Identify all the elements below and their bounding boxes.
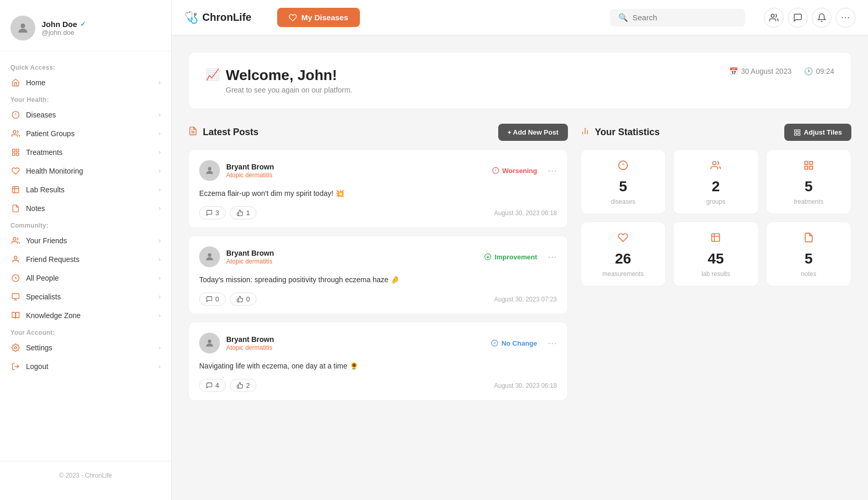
post-timestamp: August 30, 2023 07:23 [494, 296, 557, 303]
people-icon-button[interactable] [764, 8, 784, 28]
post-card: Bryant Brown Atopic dermatitis Improveme… [188, 235, 568, 314]
svg-rect-8 [12, 153, 15, 155]
svg-rect-33 [794, 129, 796, 131]
chevron-right-icon: › [159, 130, 161, 137]
chevron-right-icon: › [159, 205, 161, 212]
post-footer: 4 2 August 30, 2023 06:18 [199, 379, 557, 392]
post-timestamp: August 30, 2023 06:18 [494, 209, 557, 217]
svg-point-24 [208, 253, 212, 257]
diseases-icon [10, 111, 21, 119]
bell-icon-button[interactable] [812, 8, 832, 28]
lab-results-stat-icon [710, 232, 721, 245]
chevron-right-icon: › [159, 111, 161, 119]
sidebar-item-friend-requests[interactable]: Friend Requests › [0, 250, 171, 269]
post-card: Bryant Brown Atopic dermatitis No Change… [188, 322, 568, 401]
sidebar-item-settings[interactable]: Settings › [0, 338, 171, 357]
home-icon [10, 78, 21, 87]
svg-point-40 [713, 162, 717, 165]
stat-label: lab results [702, 270, 730, 278]
your-health-label: Your Health: [0, 92, 171, 106]
stat-label: groups [706, 198, 726, 205]
sidebar-item-all-people[interactable]: All People › [0, 269, 171, 287]
like-button[interactable]: 2 [230, 379, 256, 392]
post-body: Eczema flair-up won't dim my spirit toda… [199, 188, 557, 199]
sidebar-item-knowledge-zone[interactable]: Knowledge Zone › [0, 306, 171, 325]
logo[interactable]: 🩺 ChronLife [184, 11, 251, 24]
svg-point-27 [208, 339, 212, 343]
post-menu-button[interactable]: ⋯ [548, 165, 557, 176]
post-footer: 3 1 August 30, 2023 06:18 [199, 206, 557, 219]
svg-rect-43 [809, 166, 812, 169]
post-header: Bryant Brown Atopic dermatitis Worsening… [199, 160, 557, 181]
stat-label: treatments [794, 198, 823, 205]
like-button[interactable]: 0 [230, 293, 256, 306]
measurements-stat-icon [618, 232, 628, 245]
sidebar-item-treatments[interactable]: Treatments › [0, 143, 171, 162]
svg-point-15 [15, 347, 17, 349]
lab-results-icon [10, 186, 21, 194]
stat-number: 45 [708, 251, 724, 267]
sidebar-item-label: Notes [26, 204, 45, 213]
your-account-label: Your Account: [0, 325, 171, 338]
svg-point-4 [13, 130, 16, 133]
content-area: 📈 Welcome, John! Great to see you again … [172, 35, 868, 500]
posts-icon [188, 126, 198, 138]
stat-card-diseases: 5 diseases [580, 149, 666, 214]
stat-card-treatments: 5 treatments [766, 149, 851, 214]
settings-icon [10, 344, 21, 352]
search-wrap: 🔍 [610, 9, 745, 27]
svg-point-0 [21, 23, 25, 28]
stat-label: notes [801, 270, 816, 278]
my-diseases-button[interactable]: My Diseases [277, 8, 359, 27]
post-disease: Atopic dermatitis [226, 258, 478, 265]
post-header: Bryant Brown Atopic dermatitis Improveme… [199, 246, 557, 267]
sidebar-item-logout[interactable]: Logout › [0, 357, 171, 376]
sidebar-item-label: All People [26, 274, 59, 282]
comment-button[interactable]: 4 [199, 379, 226, 392]
search-icon: 🔍 [618, 13, 628, 22]
post-menu-button[interactable]: ⋯ [548, 251, 557, 262]
post-avatar [199, 160, 220, 181]
sidebar-item-home[interactable]: Home › [0, 73, 171, 92]
quick-access-label: Quick Access: [0, 60, 171, 73]
more-icon-button[interactable]: ··· [836, 8, 856, 28]
svg-rect-7 [16, 153, 19, 155]
post-body: Navigating life with eczema, one day at … [199, 361, 557, 372]
stat-card-measurements: 26 measurements [580, 221, 666, 286]
add-new-post-button[interactable]: + Add New Post [498, 124, 568, 141]
sidebar-item-notes[interactable]: Notes › [0, 199, 171, 218]
chevron-right-icon: › [159, 344, 161, 351]
chat-icon-button[interactable] [788, 8, 808, 28]
welcome-left: 📈 Welcome, John! Great to see you again … [205, 67, 353, 94]
post-body: Today's mission: spreading positivity th… [199, 274, 557, 285]
post-status-badge: No Change [491, 339, 537, 347]
post-menu-button[interactable]: ⋯ [548, 337, 557, 349]
posts-section-header: Latest Posts + Add New Post [188, 124, 568, 141]
sidebar-item-label: Your Friends [26, 236, 67, 245]
sidebar-user-profile[interactable]: John Doe ✓ @john.doe [0, 10, 171, 51]
stat-card-groups: 2 groups [673, 149, 758, 214]
comment-button[interactable]: 3 [199, 206, 226, 219]
sidebar-item-diseases[interactable]: Diseases › [0, 106, 171, 124]
topbar-actions: ··· [764, 8, 856, 28]
like-button[interactable]: 1 [230, 206, 256, 219]
all-people-icon [10, 274, 21, 282]
search-input[interactable] [632, 13, 737, 22]
post-status-badge: Improvement [484, 253, 537, 261]
sidebar-item-lab-results[interactable]: Lab Results › [0, 180, 171, 199]
chevron-right-icon: › [159, 149, 161, 156]
adjust-tiles-button[interactable]: Adjust Tiles [784, 124, 851, 141]
specialists-icon [10, 293, 21, 301]
sidebar-item-health-monitoring[interactable]: Health Monitoring › [0, 162, 171, 180]
verified-badge: ✓ [80, 20, 86, 28]
stat-label: diseases [611, 198, 635, 205]
community-label: Community: [0, 218, 171, 231]
sidebar-item-your-friends[interactable]: Your Friends › [0, 231, 171, 250]
sidebar-item-specialists[interactable]: Specialists › [0, 287, 171, 306]
chevron-right-icon: › [159, 237, 161, 244]
stats-column: Your Statistics Adjust Tiles 5 disea [580, 124, 851, 408]
welcome-banner: 📈 Welcome, John! Great to see you again … [188, 52, 851, 109]
treatments-icon [10, 148, 21, 156]
sidebar-item-patient-groups[interactable]: Patient Groups › [0, 124, 171, 143]
comment-button[interactable]: 0 [199, 293, 226, 306]
